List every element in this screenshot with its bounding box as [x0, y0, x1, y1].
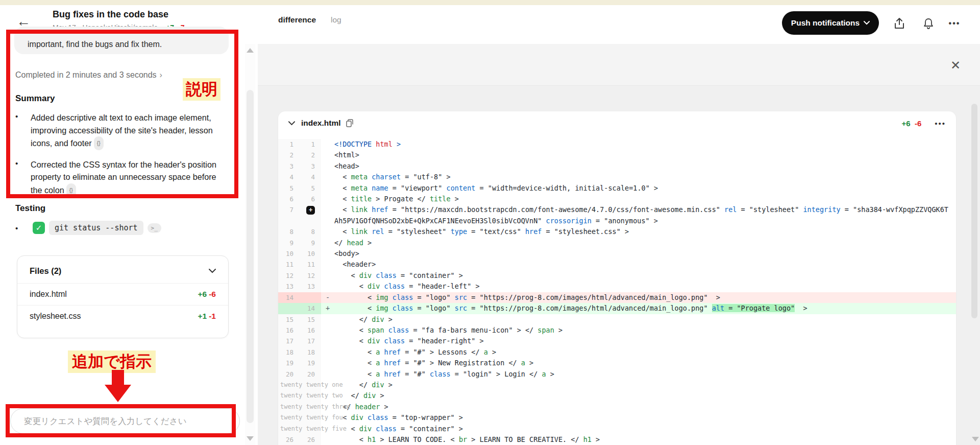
testing-item: • ✓ git status --short >_ — [15, 221, 161, 235]
diff-sign — [321, 204, 334, 226]
files-card: Files (2) index.html+6-6stylesheet.css+1… — [17, 255, 229, 338]
bell-icon[interactable] — [921, 16, 936, 31]
file-row[interactable]: stylesheet.css+1-1 — [17, 305, 228, 327]
diff-line[interactable]: 14+ < img class = "logo" src = "https://… — [278, 303, 956, 314]
diff-sign — [321, 434, 334, 445]
code-text: < a href = "#" class = "login" > Login <… — [334, 369, 956, 380]
code-text: </ head > — [334, 238, 956, 248]
diff-line[interactable]: 55 < meta name = "viewport" content = "w… — [278, 183, 956, 194]
diff-line[interactable]: 1919 < a href = "#" > New Registration <… — [278, 358, 956, 368]
code-text: < h1 > LEARN TO CODE. < br > LEARN TO BE… — [334, 434, 956, 445]
line-number-words: twenty twenty four — [278, 412, 321, 423]
diff-line[interactable]: 1010<body> — [278, 248, 956, 259]
overflow-menu-icon[interactable]: ••• — [947, 16, 962, 31]
diff-line[interactable]: twenty twenty four < div class = "top-wr… — [278, 412, 956, 423]
diff-sign — [321, 183, 334, 194]
close-icon[interactable]: ✕ — [950, 58, 961, 73]
diff-line[interactable]: 1616 < span class = "fa fa-bars menu-ico… — [278, 325, 956, 336]
bullet-dot: • — [15, 223, 33, 232]
page-title: Bug fixes in the code base — [53, 9, 168, 20]
new-line-number: 16 — [300, 325, 321, 336]
right-scroll-down-arrow[interactable] — [972, 437, 979, 441]
diff-panel-header — [258, 44, 980, 86]
old-line-number: 19 — [278, 358, 300, 368]
file-diff-stats: +1-1 — [198, 312, 216, 321]
diff-menu-icon[interactable]: ••• — [935, 119, 946, 128]
diff-line[interactable]: 2020 < a href = "#" class = "login" > Lo… — [278, 369, 956, 380]
followup-input[interactable] — [24, 409, 228, 433]
diff-line[interactable]: 14- < img class = "logo" src = "https://… — [278, 292, 956, 303]
new-line-number: 18 — [300, 347, 321, 358]
new-line-number: 8 — [300, 226, 321, 237]
diff-line[interactable]: 88 < link rel = "stylesheet" type = "tex… — [278, 226, 956, 237]
new-line-number: 6 — [300, 194, 321, 204]
old-line-number: 3 — [278, 161, 300, 172]
code-text: < link rel = "stylesheet" type = "text/c… — [334, 226, 956, 237]
push-notifications-button[interactable]: Push notifications — [782, 11, 879, 35]
scroll-down-arrow[interactable] — [247, 436, 254, 441]
completed-status-link[interactable]: Completed in 2 minutes and 3 seconds› — [15, 71, 162, 80]
bullet-dot: • — [15, 158, 31, 197]
diff-sign — [321, 358, 334, 368]
diff-sign — [321, 226, 334, 237]
code-reference-chip[interactable]: {} — [66, 183, 76, 197]
new-line-number: 1 — [300, 139, 321, 150]
diff-line[interactable]: 1818 < a href = "#" > Lessons </ a > — [278, 347, 956, 358]
new-line-number: 17 — [300, 336, 321, 346]
chevron-down-icon[interactable] — [288, 121, 295, 126]
file-deletions: -6 — [209, 290, 216, 298]
diff-line[interactable]: 44 < meta charset = "utf-8" > — [278, 172, 956, 182]
files-card-header[interactable]: Files (2) — [17, 256, 228, 283]
line-number-words: twenty twenty one — [278, 380, 321, 390]
old-line-number: 16 — [278, 325, 300, 336]
files-heading: Files (2) — [30, 266, 61, 276]
diff-line[interactable]: 1212 < div class = "container" > — [278, 270, 956, 281]
terminal-icon[interactable]: >_ — [148, 223, 161, 233]
new-line-number: 13 — [300, 281, 321, 292]
diff-sign — [321, 139, 334, 150]
diff-line[interactable]: twenty twenty two </ div > — [278, 390, 956, 401]
diff-sign — [321, 336, 334, 346]
add-comment-icon[interactable]: + — [306, 206, 315, 215]
code-text: < div class = "header-left" > — [334, 281, 956, 292]
diff-line[interactable]: 66 < title > Progate </ title > — [278, 194, 956, 204]
diff-line[interactable]: twenty twenty three </ header > — [278, 402, 956, 412]
right-scrollbar-thumb[interactable] — [971, 104, 977, 318]
left-scrollbar-thumb[interactable] — [247, 90, 254, 423]
files-rows: index.html+6-6stylesheet.css+1-1 — [17, 283, 228, 327]
code-text: <!DOCTYPE html > — [334, 139, 956, 150]
diff-line[interactable]: 33<head> — [278, 161, 956, 172]
code-text: < div class = "top-wrapper" > — [334, 412, 956, 423]
test-command[interactable]: git status --short — [49, 221, 143, 235]
line-number-words: twenty twenty five — [278, 424, 321, 434]
scroll-up-arrow[interactable] — [247, 48, 254, 53]
new-line-number: 20 — [300, 369, 321, 380]
diff-line[interactable]: 7+ < link href = "https://maxcdn.bootstr… — [278, 204, 956, 226]
code-text: < meta name = "viewport" content = "widt… — [334, 183, 956, 194]
new-line-number: 5 — [300, 183, 321, 194]
summary-bullet: •Corrected the CSS syntax for the header… — [15, 158, 222, 197]
old-line-number: 2 — [278, 150, 300, 160]
file-deletions: -1 — [209, 312, 216, 320]
old-line-number: 20 — [278, 369, 300, 380]
diff-line[interactable]: 1515 </ div > — [278, 314, 956, 325]
diff-line[interactable]: 1111 <header> — [278, 259, 956, 270]
file-name: stylesheet.css — [30, 312, 81, 321]
new-line-number: 3 — [300, 161, 321, 172]
copy-icon[interactable] — [346, 119, 353, 127]
diff-line[interactable]: twenty twenty five < div class = "contai… — [278, 424, 956, 434]
diff-line[interactable]: 99</ head > — [278, 238, 956, 248]
diff-line[interactable]: 1313 < div class = "header-left" > — [278, 281, 956, 292]
diff-line[interactable]: 11<!DOCTYPE html > — [278, 139, 956, 150]
share-icon[interactable] — [892, 16, 906, 31]
file-row[interactable]: index.html+6-6 — [17, 283, 228, 305]
annotation-label-explanation: 説明 — [183, 78, 220, 101]
diff-line[interactable]: 22<html> — [278, 150, 956, 160]
diff-line[interactable]: 1717 < div class = "header-right" > — [278, 336, 956, 346]
code-reference-chip[interactable]: {} — [94, 136, 104, 150]
diff-line[interactable]: 2626 < h1 > LEARN TO CODE. < br > LEARN … — [278, 434, 956, 445]
diff-line[interactable]: twenty twenty one </ div > — [278, 380, 956, 390]
tab-difference[interactable]: difference — [278, 15, 316, 25]
diff-sign — [321, 248, 334, 259]
tab-log[interactable]: log — [331, 15, 341, 25]
